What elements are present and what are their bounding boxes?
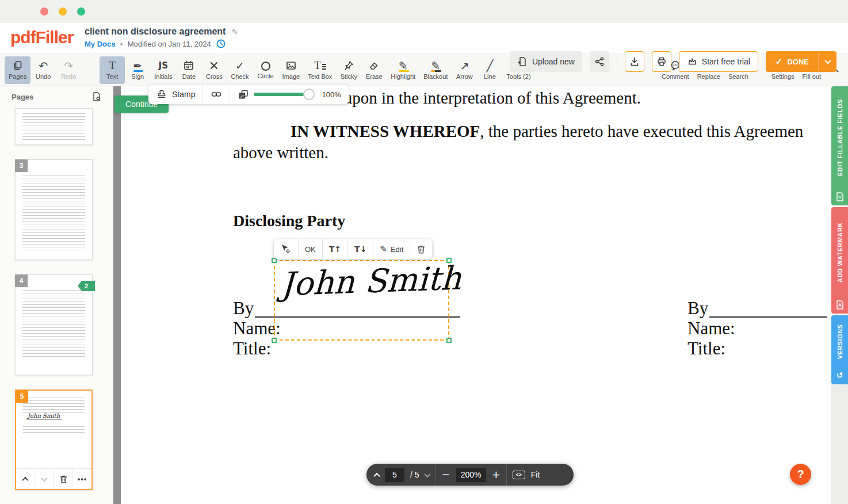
start-free-trial-label: Start free trial	[702, 57, 750, 66]
blackout-color-bar	[431, 70, 441, 72]
help-button[interactable]: ?	[790, 464, 811, 485]
print-button[interactable]	[652, 51, 671, 72]
right-rail-empty	[831, 384, 848, 504]
window-close-button[interactable]	[40, 7, 48, 16]
download-icon	[629, 56, 640, 67]
page-thumbnail-4[interactable]: 4 2	[15, 274, 93, 375]
page-number-badge: 3	[15, 159, 28, 172]
opacity-slider-handle[interactable]	[303, 89, 315, 100]
opacity-slider[interactable]	[254, 93, 309, 96]
crown-icon	[687, 56, 697, 67]
tool-text-box[interactable]: T Text Box	[304, 56, 336, 84]
chevron-down-icon	[824, 58, 831, 64]
signature-text[interactable]: John Smith	[280, 259, 462, 303]
thumbnail-text-lines	[22, 113, 85, 140]
tool-date[interactable]: Date	[176, 56, 201, 84]
page-navigation-bar: 5 / 5 − 200% + <> Fit	[366, 464, 574, 486]
tool-undo[interactable]: ↶ Undo	[30, 56, 56, 84]
tab-add-watermark[interactable]: ADD WATERMARK	[831, 207, 848, 314]
stamp-button[interactable]: Stamp	[148, 85, 203, 104]
initials-icon: JS	[159, 60, 168, 71]
title-label-left: Title:	[233, 338, 271, 359]
download-button[interactable]	[625, 51, 644, 72]
document-page: be used or relied upon in the interpreta…	[121, 86, 831, 504]
window-titlebar	[0, 0, 848, 23]
cross-icon	[208, 60, 220, 71]
page-controls: •••	[16, 468, 91, 489]
document-above-written: above written.	[233, 143, 328, 162]
page-thumbnail-5-selected[interactable]: 5 John Smith •••	[15, 390, 93, 490]
page-thumbnail-partial[interactable]	[15, 108, 93, 145]
zoom-in-button[interactable]: +	[492, 469, 501, 480]
tool-sticky[interactable]: Sticky	[336, 56, 361, 84]
ok-button[interactable]: OK	[298, 239, 322, 259]
done-dropdown-button[interactable]	[819, 51, 836, 72]
calendar-icon	[183, 60, 194, 71]
opacity-value: 100%	[322, 90, 341, 99]
link-button[interactable]	[203, 85, 230, 104]
pages-sidebar: Pages 3 4 2 5 John Smith	[0, 86, 113, 504]
tool-highlight[interactable]: ✎ Highlight	[387, 56, 419, 84]
by-label-left: By	[233, 298, 254, 319]
image-icon	[285, 60, 297, 71]
tool-text[interactable]: T Text	[100, 56, 125, 84]
delete-signature-button[interactable]	[410, 239, 432, 259]
fit-button[interactable]: Fit	[531, 470, 540, 479]
edit-signature-button[interactable]: ✎ Edit	[373, 239, 410, 259]
page-more-options-button[interactable]: •••	[72, 469, 91, 489]
my-docs-link[interactable]: My Docs	[85, 40, 115, 48]
page-total: / 5	[410, 470, 419, 479]
signature-toolbar: OK T↑ T↓ ✎ Edit	[274, 239, 432, 259]
tool-line[interactable]: ╱ Line	[477, 56, 502, 84]
zoom-level-input[interactable]: 200%	[456, 468, 486, 482]
page-thumbnail-3[interactable]: 3	[15, 159, 93, 260]
resize-handle-bottom-left[interactable]	[272, 338, 277, 343]
rename-icon[interactable]: ✎	[232, 28, 238, 36]
share-button[interactable]	[590, 51, 609, 72]
pages-icon	[12, 60, 24, 71]
line-icon: ╱	[487, 60, 493, 71]
tool-circle[interactable]: Circle	[253, 56, 278, 84]
previous-page-button[interactable]	[375, 469, 379, 480]
tool-image[interactable]: Image	[278, 56, 304, 84]
move-signature-button[interactable]	[274, 239, 298, 259]
opacity-icon[interactable]	[238, 89, 249, 100]
tool-blackout[interactable]: ✎ Blackout	[419, 56, 452, 84]
tool-sign[interactable]: ✒ Sign	[125, 56, 150, 84]
move-page-down-button	[35, 469, 54, 489]
text-box-icon: T	[314, 60, 326, 71]
page-settings-icon[interactable]	[91, 91, 102, 102]
thumbnail-text-lines	[22, 175, 85, 251]
tool-check[interactable]: ✓ Check	[227, 56, 253, 84]
delete-page-button[interactable]	[54, 469, 72, 489]
modified-date: Modified on Jan 11, 2024	[128, 40, 211, 48]
page-number-input[interactable]: 5	[385, 468, 404, 482]
window-minimize-button[interactable]	[59, 7, 67, 16]
history-clock-icon[interactable]	[216, 39, 226, 49]
undo-icon: ↶	[39, 60, 48, 71]
tool-pages[interactable]: Pages	[5, 56, 30, 84]
signature-line-right	[709, 316, 827, 318]
zoom-out-button[interactable]: −	[442, 469, 450, 480]
tool-cross[interactable]: Cross	[201, 56, 227, 84]
tab-edit-fillable-fields[interactable]: EDIT FILLABLE FIELDS	[831, 86, 848, 205]
stamp-label: Stamp	[172, 90, 195, 99]
pdffiller-logo[interactable]: pdfFiller	[10, 28, 73, 47]
sidebar-scrollbar[interactable]	[113, 86, 121, 504]
tool-initials[interactable]: JS Initials	[150, 56, 176, 84]
tool-erase[interactable]: Erase	[361, 56, 387, 84]
tab-versions[interactable]: VERSIONS ↺	[831, 315, 848, 384]
highlight-color-bar	[399, 70, 409, 72]
start-free-trial-button[interactable]: Start free trial	[679, 51, 758, 72]
increase-text-size-button[interactable]: T↑	[322, 239, 347, 259]
done-button[interactable]: ✓ DONE	[766, 51, 819, 72]
upload-new-button[interactable]: Upload new	[510, 51, 582, 72]
move-page-up-button[interactable]	[16, 469, 35, 489]
thumbnail-text-lines	[22, 290, 85, 357]
done-label: DONE	[787, 58, 809, 66]
decrease-text-size-button[interactable]: T↓	[347, 239, 373, 259]
separator-dot: •	[120, 39, 123, 49]
window-maximize-button[interactable]	[77, 7, 85, 16]
resize-handle-bottom-right[interactable]	[446, 338, 452, 343]
tool-arrow[interactable]: ↗ Arrow	[452, 56, 477, 84]
